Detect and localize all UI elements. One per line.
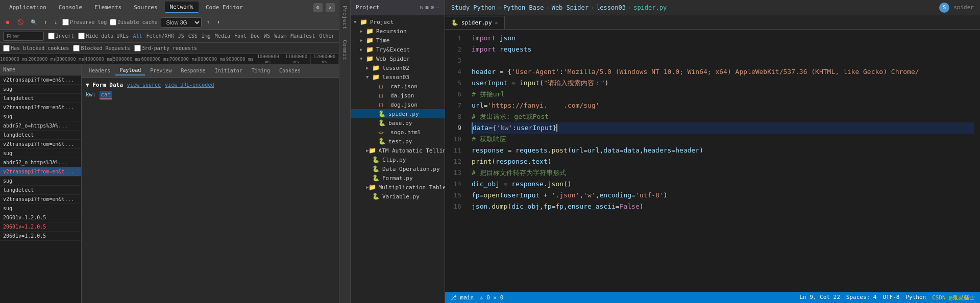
tab-timing[interactable]: Timing: [248, 66, 274, 75]
request-item[interactable]: abdr5?_o=https%3A%...: [0, 121, 81, 131]
tab-payload[interactable]: Payload: [115, 66, 145, 75]
editor-tab-spider-py[interactable]: 🐍 spider.py ✕: [445, 16, 505, 29]
download-icon[interactable]: ⬇: [215, 18, 222, 26]
close-icon[interactable]: ✕: [326, 3, 335, 12]
tab-headers[interactable]: Headers: [85, 66, 114, 75]
request-item[interactable]: abdr5?_o=https%3A%...: [0, 158, 81, 167]
filter-wasm[interactable]: Wasm: [274, 33, 286, 39]
tree-lesson02[interactable]: ▶ 📁 lesson02: [351, 63, 445, 72]
filter-input[interactable]: [3, 32, 44, 41]
view-url-encoded-link[interactable]: view URL-encoded: [165, 82, 214, 88]
export-btn[interactable]: ↓: [52, 18, 59, 26]
blocked-requests-check[interactable]: Blocked Requests: [73, 45, 130, 52]
request-item[interactable]: langdetect: [0, 186, 81, 195]
refresh-icon[interactable]: ↻: [420, 4, 424, 11]
invert-check[interactable]: Invert: [48, 33, 74, 39]
breadcrumb-study-python[interactable]: Study_Python: [451, 4, 496, 11]
request-item[interactable]: v2transapi?from=en&t...: [0, 140, 81, 149]
disable-cache-check[interactable]: Disable cache: [110, 19, 157, 26]
tree-variable-py[interactable]: 🐍 Variable.py: [351, 192, 445, 201]
filter-img[interactable]: Img: [202, 33, 211, 39]
settings-icon[interactable]: ⚙: [313, 3, 323, 12]
request-item[interactable]: langdetect: [0, 131, 81, 140]
request-item[interactable]: 20601v=1.2.0.5: [0, 213, 81, 222]
request-item[interactable]: sug: [0, 149, 81, 158]
request-item[interactable]: v2transapi?from=en&t...: [0, 103, 81, 112]
collapse-icon[interactable]: ≡: [425, 4, 429, 11]
filter-css[interactable]: CSS: [188, 33, 198, 39]
tree-recursion[interactable]: ▶ 📁 Recursion: [351, 27, 445, 36]
code-editor[interactable]: 1 2 3 4 5 6 7 8 9 10 11 12 13 14 15 16 i…: [445, 30, 980, 292]
record-btn[interactable]: ⏺: [3, 18, 12, 26]
tree-cat-json[interactable]: cat.json: [351, 82, 445, 91]
tab-close-spider[interactable]: ✕: [495, 20, 498, 26]
view-source-link[interactable]: view source: [127, 82, 161, 88]
tab-cookies[interactable]: Cookies: [275, 66, 305, 75]
tab-preview[interactable]: Preview: [146, 66, 176, 75]
filter-xhr[interactable]: Fetch/XHR: [146, 33, 174, 39]
hide-urls-check[interactable]: Hide data URLs: [78, 33, 129, 39]
filter-doc[interactable]: Doc: [251, 33, 260, 39]
request-item[interactable]: sug: [0, 112, 81, 121]
tab-application[interactable]: Application: [4, 2, 52, 13]
tree-tryexcept[interactable]: ▶ 📁 Try&Except: [351, 45, 445, 54]
tree-base-py[interactable]: 🐍 base.py: [351, 118, 445, 128]
request-item-selected[interactable]: v2transapi?from=en&t...: [0, 167, 81, 176]
tab-elements[interactable]: Elements: [89, 2, 127, 13]
settings-icon[interactable]: ⚙: [431, 4, 434, 11]
filter-ws[interactable]: WS: [264, 33, 270, 39]
request-item[interactable]: sug: [0, 204, 81, 213]
filter-other[interactable]: Other: [319, 33, 334, 39]
tree-clip-py[interactable]: 🐍 Clip.py: [351, 155, 445, 164]
tree-test-py[interactable]: 🐍 test.py: [351, 137, 445, 146]
request-item[interactable]: sug: [0, 176, 81, 186]
clear-btn[interactable]: 🚫: [15, 18, 26, 26]
tree-spider-py[interactable]: 🐍 spider.py: [351, 109, 445, 118]
tab-sources[interactable]: Sources: [129, 2, 162, 13]
request-item[interactable]: v2transapi?from=en&t...: [0, 75, 81, 85]
request-item[interactable]: 20601v=1.2.0.5: [0, 222, 81, 232]
tab-initiator[interactable]: Initiator: [211, 66, 247, 75]
commit-tab[interactable]: Commit: [340, 35, 350, 65]
tab-network[interactable]: Network: [165, 2, 199, 13]
request-item[interactable]: sug: [0, 85, 81, 94]
filter-font[interactable]: Font: [234, 33, 247, 39]
tab-code-editor[interactable]: Code Editor: [201, 2, 248, 13]
upload-icon[interactable]: ⬆: [205, 18, 212, 26]
tree-dog-json[interactable]: dog.json: [351, 100, 445, 109]
breadcrumb-python-base[interactable]: Python Base: [503, 4, 544, 11]
throttle-select[interactable]: Slow 3G: [161, 17, 202, 28]
tree-mult-table[interactable]: ▶ 📁 Multiplication Table of 9...: [351, 183, 445, 192]
tree-project[interactable]: ▼ 📁 Project: [351, 17, 445, 27]
tree-time[interactable]: ▶ 📁 Time: [351, 36, 445, 45]
breadcrumb-spider-py[interactable]: spider.py: [633, 4, 667, 11]
import-btn[interactable]: ↑: [42, 18, 49, 26]
tab-response[interactable]: Response: [177, 66, 209, 75]
tree-lesson03[interactable]: ▼ 📁 lesson03: [351, 72, 445, 82]
filter-btn[interactable]: 🔍: [29, 18, 39, 26]
filter-media[interactable]: Media: [215, 33, 230, 39]
tree-label-data-op: Data Operation.py: [382, 166, 440, 172]
filter-js[interactable]: JS: [178, 33, 184, 39]
close-panel-icon[interactable]: —: [436, 4, 439, 11]
filter-manifest[interactable]: Manifest: [290, 33, 315, 39]
tree-data-op[interactable]: 🐍 Data Operation.py: [351, 164, 445, 173]
blocked-cookies-check[interactable]: Has blocked cookies: [3, 45, 69, 52]
request-item[interactable]: v2transapi?from=en&t...: [0, 195, 81, 204]
tree-webspider[interactable]: ▼ 📁 Web Spider: [351, 54, 445, 63]
tree-sogo-html[interactable]: sogo.html: [351, 128, 445, 137]
breadcrumb-web-spider[interactable]: Web Spider: [552, 4, 589, 11]
preserve-log-check[interactable]: Preserve log: [62, 19, 107, 26]
request-item[interactable]: langdetect: [0, 94, 81, 103]
request-item[interactable]: 20601v=1.2.0.5: [0, 232, 81, 241]
breadcrumb-lesson03[interactable]: lesson03: [596, 4, 626, 11]
tree-da-json[interactable]: da.json: [351, 91, 445, 100]
code-content[interactable]: import json import requests header = {'U…: [465, 30, 980, 292]
filter-all[interactable]: All: [133, 33, 142, 39]
tree-atm[interactable]: ▶ 📁 ATM Automatic Telling M...: [351, 146, 445, 155]
tab-console[interactable]: Console: [54, 2, 87, 13]
tree-format-py[interactable]: 🐍 Format.py: [351, 173, 445, 183]
third-party-check[interactable]: 3rd-party requests: [134, 45, 197, 52]
project-tab[interactable]: Project: [340, 2, 350, 33]
devtools-panel: Application Console Elements Sources Net…: [0, 0, 339, 303]
